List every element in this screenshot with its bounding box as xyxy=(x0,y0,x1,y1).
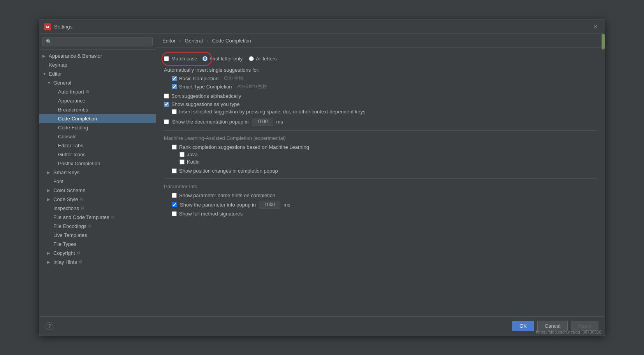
close-button[interactable]: ✕ xyxy=(591,22,600,32)
sidebar-item-font[interactable]: Font xyxy=(39,177,156,186)
insert-selected-checkbox[interactable] xyxy=(172,109,177,114)
expand-icon xyxy=(52,108,56,112)
show-full-sig-checkbox[interactable] xyxy=(172,211,177,216)
show-param-hints-checkbox[interactable] xyxy=(172,193,177,198)
sidebar-item-postfix-completion[interactable]: Postfix Completion xyxy=(39,159,156,168)
sidebar-item-inspections[interactable]: Inspections ⚙ xyxy=(39,204,156,213)
expand-icon: ▶ xyxy=(42,54,47,58)
sidebar-item-inlay-hints[interactable]: ▶ Inlay Hints ⚙ xyxy=(39,258,156,267)
kotlin-checkbox-label[interactable]: Kotlin xyxy=(179,159,597,165)
sidebar-item-gutter-icons[interactable]: Gutter Icons xyxy=(39,150,156,159)
all-letters-radio-label[interactable]: All letters xyxy=(249,56,276,62)
param-popup-input[interactable] xyxy=(259,201,280,208)
first-letter-only-radio-label[interactable]: First letter only xyxy=(202,56,243,62)
insert-selected-label[interactable]: Insert selected suggestion by pressing s… xyxy=(172,109,597,115)
sidebar-item-code-folding[interactable]: Code Folding xyxy=(39,123,156,132)
content-panel: Editor › General › Code Completion Match… xyxy=(156,34,605,316)
all-letters-label: All letters xyxy=(256,56,276,62)
gear-icon: ⚙ xyxy=(111,215,115,220)
smart-type-label: Smart Type Completion xyxy=(179,84,232,90)
breadcrumb-part3: Code Completion xyxy=(212,38,251,44)
breadcrumb: Editor › General › Code Completion xyxy=(156,34,605,48)
titlebar: M Settings ✕ xyxy=(39,20,605,34)
dialog-title: Settings xyxy=(54,24,72,30)
sidebar-item-console[interactable]: Console xyxy=(39,132,156,141)
expand-icon xyxy=(47,242,52,246)
sidebar-item-editor-tabs[interactable]: Editor Tabs xyxy=(39,141,156,150)
show-position-label[interactable]: Show position changes in completion popu… xyxy=(172,168,597,174)
all-letters-radio[interactable] xyxy=(249,56,254,61)
show-param-hints-label[interactable]: Show parameter name hints on completion xyxy=(172,193,597,198)
show-full-sig-label[interactable]: Show full method signatures xyxy=(172,211,597,217)
sidebar-item-smart-keys[interactable]: ▶ Smart Keys xyxy=(39,168,156,177)
kotlin-checkbox[interactable] xyxy=(179,159,185,164)
match-case-checkbox[interactable] xyxy=(164,56,169,61)
sidebar-item-general[interactable]: ▼ General xyxy=(39,78,156,87)
smart-type-checkbox[interactable] xyxy=(172,84,177,89)
first-letter-only-radio[interactable] xyxy=(202,56,208,61)
ml-section-header: Machine Learning-Assisted Completion (ex… xyxy=(164,135,597,141)
main-content: ▶ Appearance & Behavior Keymap ▼ Editor … xyxy=(39,34,605,316)
help-button[interactable]: ? xyxy=(46,322,53,330)
sidebar-item-code-style[interactable]: ▶ Code Style ⚙ xyxy=(39,195,156,204)
sidebar-item-color-scheme[interactable]: ▶ Color Scheme xyxy=(39,186,156,195)
basic-completion-shortcut: Ctrl+空格 xyxy=(224,75,243,82)
sidebar-item-label: Code Completion xyxy=(58,116,97,122)
show-as-you-type-text: Show suggestions as you type xyxy=(171,101,240,107)
sidebar-item-file-encodings[interactable]: File Encodings ⚙ xyxy=(39,222,156,231)
basic-completion-checkbox-label[interactable]: Basic Completion Ctrl+空格 xyxy=(172,75,597,82)
breadcrumb-sep1: › xyxy=(179,38,181,44)
sort-alphabetically-checkbox[interactable] xyxy=(164,94,169,99)
kotlin-label: Kotlin xyxy=(187,159,200,165)
sidebar-item-label: Inlay Hints xyxy=(53,259,77,265)
show-as-you-type-label[interactable]: Show suggestions as you type xyxy=(164,101,597,107)
sidebar-item-label: Postfix Completion xyxy=(58,161,100,166)
sidebar-item-editor[interactable]: ▼ Editor xyxy=(39,69,156,78)
gear-icon: ⚙ xyxy=(86,89,90,94)
expand-icon xyxy=(52,161,56,166)
sidebar-item-breadcrumbs[interactable]: Breadcrumbs xyxy=(39,105,156,114)
breadcrumb-sep2: › xyxy=(206,38,208,44)
search-input[interactable] xyxy=(42,37,153,46)
sidebar-item-label: General xyxy=(53,80,71,86)
java-checkbox-label[interactable]: Java xyxy=(179,152,597,157)
url-bar: https://blog.csdn.net/qq_38738510 xyxy=(533,329,605,335)
expand-icon xyxy=(52,90,56,94)
scrollbar-thumb[interactable] xyxy=(602,34,605,49)
sidebar-item-appearance-behavior[interactable]: ▶ Appearance & Behavior xyxy=(39,51,156,60)
auto-insert-section: Automatically insert single suggestions … xyxy=(164,67,597,90)
sidebar-item-appearance[interactable]: Appearance xyxy=(39,96,156,105)
sidebar-item-file-code-templates[interactable]: File and Code Templates ⚙ xyxy=(39,213,156,222)
sidebar-item-label: File Encodings xyxy=(53,223,86,229)
sidebar-item-code-completion[interactable]: Code Completion xyxy=(39,114,156,123)
sidebar-item-label: Appearance & Behavior xyxy=(49,53,102,59)
sidebar-item-live-templates[interactable]: Live Templates xyxy=(39,231,156,240)
basic-completion-checkbox[interactable] xyxy=(172,76,177,81)
expand-icon xyxy=(52,134,56,139)
breadcrumb-part2: General xyxy=(185,38,203,44)
sidebar-item-auto-import[interactable]: Auto Import ⚙ xyxy=(39,87,156,96)
show-as-you-type-checkbox[interactable] xyxy=(164,102,169,107)
rank-ml-label[interactable]: Rank completion suggestions based on Mac… xyxy=(172,144,597,150)
rank-ml-checkbox[interactable] xyxy=(172,145,177,150)
basic-completion-row: Basic Completion Ctrl+空格 xyxy=(172,75,597,82)
sidebar-tree: ▶ Appearance & Behavior Keymap ▼ Editor … xyxy=(39,50,156,316)
doc-popup-row: Show the documentation popup in ms xyxy=(164,118,597,125)
java-checkbox[interactable] xyxy=(179,152,185,157)
case-radio-group: First letter only All letters xyxy=(202,56,277,62)
show-doc-popup-checkbox[interactable] xyxy=(164,119,169,124)
sidebar-item-label: Font xyxy=(53,178,63,184)
sort-alphabetically-label[interactable]: Sort suggestions alphabetically xyxy=(164,93,597,99)
sidebar-item-copyright[interactable]: ▶ Copyright ⚙ xyxy=(39,249,156,258)
show-position-checkbox[interactable] xyxy=(172,168,177,173)
show-full-sig-text: Show full method signatures xyxy=(179,211,243,217)
bottom-bar: ? OK Cancel Apply xyxy=(39,316,605,335)
doc-popup-input[interactable] xyxy=(252,118,273,125)
show-param-popup-checkbox[interactable] xyxy=(172,202,177,207)
sidebar-item-keymap[interactable]: Keymap xyxy=(39,60,156,69)
ok-button[interactable]: OK xyxy=(512,321,534,331)
match-case-checkbox-label[interactable]: Match case: xyxy=(164,56,199,62)
sidebar-item-file-types[interactable]: File Types xyxy=(39,240,156,249)
smart-type-checkbox-label[interactable]: Smart Type Completion Alt+Shift+空格 xyxy=(172,83,597,90)
expand-icon xyxy=(47,233,52,237)
